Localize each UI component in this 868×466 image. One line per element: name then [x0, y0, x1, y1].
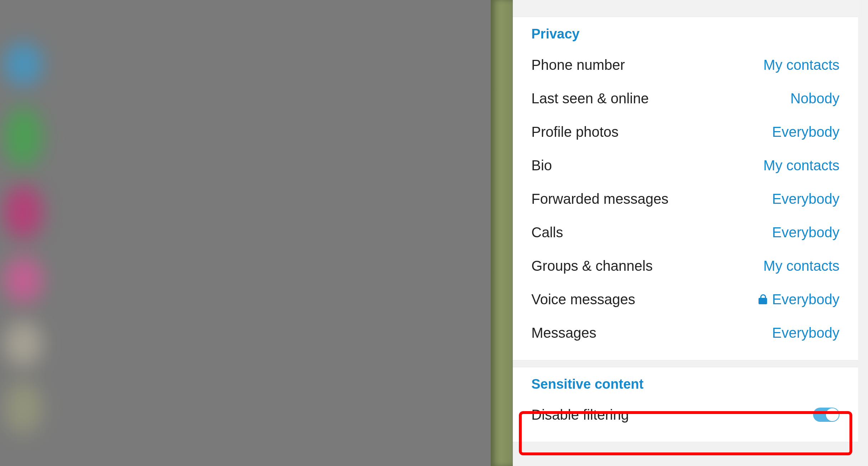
row-value: My contacts — [764, 258, 839, 274]
privacy-settings-panel: Privacy Phone number My contacts Last se… — [513, 0, 868, 466]
row-label: Profile photos — [531, 124, 619, 140]
row-value: Nobody — [790, 90, 839, 107]
privacy-row-messages[interactable]: Messages Everybody — [513, 316, 858, 350]
row-label: Calls — [531, 224, 563, 240]
row-value: My contacts — [764, 57, 839, 73]
lock-icon — [759, 294, 767, 304]
chat-background-strip — [491, 0, 513, 466]
row-label: Voice messages — [531, 291, 635, 307]
panel-scrollbar-track[interactable] — [859, 0, 868, 466]
privacy-row-calls[interactable]: Calls Everybody — [513, 216, 858, 249]
sensitive-content-description — [513, 431, 858, 442]
sensitive-content-section-card: Sensitive content Disable filtering — [513, 367, 858, 442]
row-value: Everybody — [772, 124, 839, 140]
disable-filtering-label: Disable filtering — [531, 407, 629, 423]
privacy-row-phone-number[interactable]: Phone number My contacts — [513, 48, 858, 82]
row-label: Groups & channels — [531, 258, 653, 274]
privacy-row-last-seen[interactable]: Last seen & online Nobody — [513, 82, 858, 115]
privacy-section-title: Privacy — [513, 26, 858, 48]
privacy-row-groups-channels[interactable]: Groups & channels My contacts — [513, 249, 858, 283]
row-value: Everybody — [772, 224, 839, 240]
row-label: Forwarded messages — [531, 191, 669, 207]
row-value: Everybody — [772, 191, 839, 207]
row-value: Everybody — [772, 325, 839, 341]
row-label: Last seen & online — [531, 90, 649, 107]
row-label: Phone number — [531, 57, 625, 73]
row-label: Bio — [531, 157, 552, 174]
privacy-row-bio[interactable]: Bio My contacts — [513, 149, 858, 182]
disable-filtering-toggle[interactable] — [813, 408, 839, 422]
privacy-row-forwarded-messages[interactable]: Forwarded messages Everybody — [513, 182, 858, 216]
privacy-row-profile-photos[interactable]: Profile photos Everybody — [513, 115, 858, 149]
row-value: Everybody — [759, 291, 839, 307]
row-value: My contacts — [764, 157, 839, 174]
privacy-section-card: Privacy Phone number My contacts Last se… — [513, 17, 858, 360]
row-value-text: Everybody — [772, 291, 839, 307]
blurred-chat-list — [0, 0, 46, 466]
dimmed-background — [0, 0, 491, 466]
sensitive-content-section-title: Sensitive content — [513, 377, 858, 398]
disable-filtering-row[interactable]: Disable filtering — [513, 398, 858, 431]
row-label: Messages — [531, 325, 596, 341]
toggle-knob — [826, 408, 839, 421]
privacy-row-voice-messages[interactable]: Voice messages Everybody — [513, 283, 858, 316]
